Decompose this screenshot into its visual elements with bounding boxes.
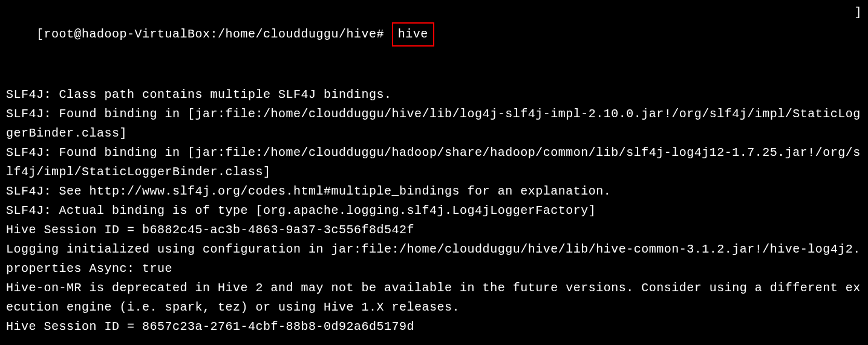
bracket-close: ] <box>854 3 862 22</box>
output-line: SLF4J: Found binding in [jar:file:/home/… <box>6 105 862 143</box>
terminal-window[interactable]: [root@hadoop-VirtualBox:/home/cloudduggu… <box>6 3 862 345</box>
shell-prompt: root@hadoop-VirtualBox:/home/cloudduggu/… <box>44 27 385 41</box>
command-prompt-line: [root@hadoop-VirtualBox:/home/cloudduggu… <box>6 3 862 85</box>
command-text: hive <box>398 27 428 41</box>
output-line: SLF4J: Found binding in [jar:file:/home/… <box>6 143 862 182</box>
output-line: SLF4J: Actual binding is of type [org.ap… <box>6 201 862 221</box>
output-line: Logging initialized using configuration … <box>6 240 862 279</box>
output-line: SLF4J: Class path contains multiple SLF4… <box>6 85 862 105</box>
output-line: Hive-on-MR is deprecated in Hive 2 and m… <box>6 279 862 317</box>
bracket-open: [ <box>36 27 44 41</box>
output-line: Hive Session ID = b6882c45-ac3b-4863-9a3… <box>6 221 862 240</box>
command-highlight: hive <box>392 22 434 47</box>
hive-prompt-line[interactable]: hive> <box>6 337 862 345</box>
output-line: Hive Session ID = 8657c23a-2761-4cbf-88b… <box>6 317 862 337</box>
output-line: SLF4J: See http://www.slf4j.org/codes.ht… <box>6 182 862 201</box>
